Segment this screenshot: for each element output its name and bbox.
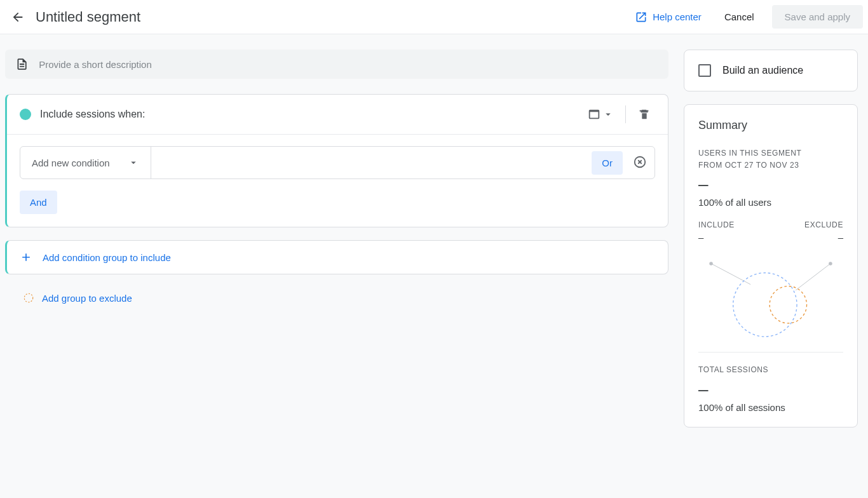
summary-card: Summary USERS IN THIS SEGMENT FROM OCT 2… xyxy=(684,104,858,427)
condition-row: Add new condition Or xyxy=(20,146,655,179)
sessions-percent-text: 100% of all sessions xyxy=(698,402,843,413)
open-in-new-icon xyxy=(635,11,648,24)
include-value: – xyxy=(698,232,703,243)
summary-divider xyxy=(698,352,843,353)
include-exclude-header: INCLUDE EXCLUDE xyxy=(698,220,843,229)
description-input[interactable] xyxy=(39,59,658,70)
build-audience-label: Build an audience xyxy=(722,65,803,76)
web-asset-icon xyxy=(587,107,601,121)
description-icon xyxy=(15,57,29,71)
build-audience-option[interactable]: Build an audience xyxy=(698,64,843,77)
help-center-link[interactable]: Help center xyxy=(635,11,702,24)
svg-point-1 xyxy=(24,293,33,302)
plus-icon xyxy=(20,251,32,264)
svg-line-4 xyxy=(711,264,750,285)
cancel-button[interactable]: Cancel xyxy=(717,6,762,27)
back-button[interactable] xyxy=(5,4,31,30)
users-segment-label-2: FROM OCT 27 TO NOV 23 xyxy=(698,159,843,172)
include-card-header: Include sessions when: xyxy=(7,95,668,135)
scope-selector-button[interactable] xyxy=(583,104,618,125)
app-header: Untitled segment Help center Cancel Save… xyxy=(0,0,868,34)
or-button[interactable]: Or xyxy=(592,151,623,175)
and-button[interactable]: And xyxy=(20,191,57,214)
exclude-link-label: Add group to exclude xyxy=(42,293,132,304)
venn-diagram xyxy=(698,252,843,340)
arrow-left-icon xyxy=(11,10,25,24)
build-audience-card: Build an audience xyxy=(684,50,858,91)
add-condition-label: Add new condition xyxy=(32,158,110,168)
main-column: Include sessions when: Add new condition xyxy=(0,34,684,498)
summary-title: Summary xyxy=(698,119,843,132)
add-new-condition-button[interactable]: Add new condition xyxy=(20,147,151,178)
total-sessions-label: TOTAL SESSIONS xyxy=(698,364,843,376)
close-circle-icon xyxy=(633,155,647,169)
caret-down-icon xyxy=(602,109,614,120)
include-label: INCLUDE xyxy=(698,220,735,229)
trash-icon xyxy=(637,107,651,121)
build-audience-checkbox[interactable] xyxy=(698,64,711,77)
description-bar[interactable] xyxy=(5,50,668,79)
dashed-circle-icon xyxy=(23,292,34,304)
add-condition-group-button[interactable]: Add condition group to include xyxy=(5,240,668,274)
side-column: Build an audience Summary USERS IN THIS … xyxy=(684,34,868,498)
header-divider xyxy=(625,105,626,123)
exclude-label: EXCLUDE xyxy=(804,220,843,229)
include-card-body: Add new condition Or And xyxy=(7,135,668,227)
svg-point-6 xyxy=(733,273,797,337)
exclude-value: – xyxy=(838,232,843,243)
include-indicator-dot xyxy=(20,109,31,120)
svg-point-7 xyxy=(770,286,806,323)
svg-point-2 xyxy=(709,262,712,266)
help-center-label: Help center xyxy=(653,11,702,22)
svg-line-5 xyxy=(796,264,831,290)
users-segment-value: – xyxy=(698,175,843,193)
add-group-label: Add condition group to include xyxy=(43,252,171,263)
remove-condition-button[interactable] xyxy=(633,155,647,171)
add-exclude-group-button[interactable]: Add group to exclude xyxy=(5,292,668,304)
total-sessions-value: – xyxy=(698,380,843,398)
include-card-title: Include sessions when: xyxy=(40,109,583,120)
caret-down-icon xyxy=(128,157,139,168)
save-and-apply-button: Save and apply xyxy=(772,5,863,29)
include-exclude-values: – – xyxy=(698,232,843,243)
include-group-card: Include sessions when: Add new condition xyxy=(5,94,668,227)
delete-group-button[interactable] xyxy=(634,104,655,125)
users-segment-label-1: USERS IN THIS SEGMENT xyxy=(698,147,843,159)
body: Include sessions when: Add new condition xyxy=(0,34,868,498)
users-percent-text: 100% of all users xyxy=(698,197,843,208)
page-title[interactable]: Untitled segment xyxy=(36,9,140,25)
